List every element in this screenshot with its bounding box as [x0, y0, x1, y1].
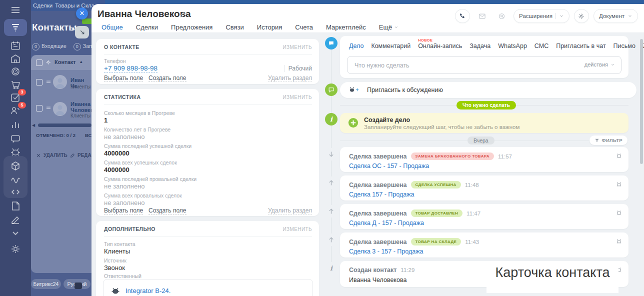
sidebar-item-marketing[interactable]: [10, 66, 22, 78]
phone-type[interactable]: Рабочий: [284, 65, 312, 72]
actions-dropdown[interactable]: действия: [584, 62, 615, 68]
chevron-down-icon: [628, 14, 632, 18]
responsible-user[interactable]: Integrator B-24.: [103, 279, 313, 296]
tab-online-booking[interactable]: НОВОЕ Онлайн-запись: [418, 42, 462, 50]
section-title: ДОПОЛНИТЕЛЬНО: [104, 226, 156, 232]
cursor-artifact: [74, 282, 82, 289]
timeline-entry[interactable]: Сделка завершена СДЕЛКА УСПЕШНА 11:48 Сд…: [340, 176, 628, 200]
arrow-up-icon: [325, 234, 338, 246]
delete-section-link[interactable]: Удалить раздел: [268, 207, 312, 214]
contact-type: Клиенты: [70, 113, 90, 118]
tab-sms[interactable]: СМС: [534, 42, 548, 50]
dock-panel-button[interactable]: [75, 26, 89, 38]
document-button[interactable]: Документ: [594, 9, 638, 23]
tab-task[interactable]: Задача: [470, 42, 490, 50]
entry-title: Сделка завершена: [349, 210, 407, 217]
sidebar-item-messenger[interactable]: [10, 132, 22, 144]
timeline-entry[interactable]: Сделка завершена ТОВАР ДОСТАВЛЕН 11:47 С…: [340, 204, 628, 229]
sidebar-more-chevron-icon[interactable]: [10, 227, 22, 239]
arrow-up-icon: [325, 205, 338, 218]
tab-invite-chat[interactable]: Пригласить в чат: [556, 42, 606, 50]
contact-link[interactable]: Иванна Человек: [70, 101, 90, 113]
phone-value-link[interactable]: +7 909 898-98-98: [104, 64, 158, 72]
settings-gear-icon[interactable]: [574, 9, 589, 23]
delete-section-link[interactable]: Удалить раздел: [268, 74, 312, 82]
menu-hamburger-icon[interactable]: [10, 4, 22, 16]
sidebar-item-analytics[interactable]: [10, 118, 22, 130]
chevron-down-icon: [559, 14, 564, 18]
counter-incoming[interactable]: 0Входящие: [32, 43, 66, 50]
plus-icon: [354, 86, 360, 93]
bot-author-icon: [616, 152, 622, 159]
field-value: не заполнено: [104, 199, 145, 206]
avatar: [53, 75, 67, 89]
todo-pill[interactable]: Что нужно сделать: [456, 101, 516, 110]
deal-link[interactable]: Сделка 157 - Продажа: [349, 191, 414, 198]
field-label: Сумма всех успешных сделок: [104, 160, 177, 166]
timeline-chat-icon: [325, 37, 338, 50]
deal-link[interactable]: Сделка Д - 157 - Продажа: [349, 220, 424, 226]
row-checkbox[interactable]: [36, 79, 42, 86]
field-label: Тип контакта: [104, 241, 136, 247]
sidebar-item-market[interactable]: [10, 160, 22, 172]
tab-activity[interactable]: Дело: [349, 42, 364, 50]
deal-link[interactable]: Сделка 3 - 157 - Продажа: [349, 248, 424, 255]
select-field-link[interactable]: Выбрать поле: [104, 207, 143, 214]
entry-title: Создан контакт: [349, 266, 396, 274]
column-header-contact[interactable]: Контакт: [54, 59, 76, 65]
sidebar-item-sign[interactable]: [10, 214, 22, 226]
call-button[interactable]: [455, 9, 470, 23]
tab-letter[interactable]: Письмо: [614, 42, 636, 50]
invite-discussion-row[interactable]: Пригласить к обсуждению: [340, 82, 636, 98]
deal-link[interactable]: Сделка ОС - 157 - Продажа: [349, 162, 429, 170]
responsible-link[interactable]: Integrator B-24.: [126, 287, 170, 294]
edit-button[interactable]: РЕДАК: [70, 152, 94, 158]
brand-badge[interactable]: Битрикс24: [31, 279, 61, 289]
field-label: Сколько месяцев в Прогреве: [104, 110, 175, 116]
tab-whatsapp[interactable]: WhatsApp: [498, 42, 527, 50]
tab-comment[interactable]: Комментарий: [371, 42, 410, 50]
timeline-entry[interactable]: Сделка завершена ТОВАР НА СКЛАДЕ 11:43 С…: [340, 232, 628, 258]
title-edit-pencil-icon[interactable]: [180, 12, 186, 18]
sidebar-item-planner[interactable]: [10, 40, 22, 52]
invite-avatar-plus: [348, 86, 361, 94]
phone-label: Телефон: [104, 58, 126, 64]
edit-section-button[interactable]: ИЗМЕНИТЬ: [282, 226, 312, 232]
assistant-icon[interactable]: [494, 9, 509, 23]
drag-handle-icon[interactable]: [46, 105, 52, 111]
sidebar-item-sites[interactable]: [10, 173, 22, 185]
timeline-entry[interactable]: Сделка завершена ЗАМЕНА БРАКОВАННОГО ТОВ…: [340, 147, 628, 172]
todo-input[interactable]: [354, 56, 547, 74]
close-slider-button[interactable]: ✕: [76, 8, 88, 20]
drag-handle-icon[interactable]: [46, 79, 52, 85]
sidebar-item-developer[interactable]: [10, 186, 22, 198]
field-label: Сумма всех провальных сделок: [104, 192, 182, 198]
bot-author-icon: [616, 238, 622, 244]
sidebar-item-crm[interactable]: [10, 22, 22, 34]
delete-button[interactable]: УДАЛИТЬ: [36, 152, 68, 158]
sidebar-settings-gear-icon[interactable]: [10, 243, 22, 255]
horizontal-scrollbar[interactable]: [38, 124, 92, 127]
section-title: О КОНТАКТЕ: [104, 44, 140, 50]
field-label: Источник: [104, 258, 126, 264]
vertical-scrollbar[interactable]: [640, 39, 643, 164]
sort-asc-icon[interactable]: ▴: [80, 59, 82, 64]
select-field-link[interactable]: Выбрать поле: [104, 74, 143, 82]
create-activity-hint[interactable]: Создайте дело Запланируйте следующий шаг…: [340, 113, 628, 133]
extensions-button[interactable]: Расширения: [514, 9, 570, 23]
edit-section-button[interactable]: ИЗМЕНИТЬ: [282, 94, 312, 100]
edit-section-button[interactable]: ИЗМЕНИТЬ: [282, 44, 312, 50]
select-all-checkbox[interactable]: [36, 60, 42, 66]
create-field-link[interactable]: Создать поле: [148, 207, 186, 214]
email-button[interactable]: [474, 9, 490, 23]
scroll-left-arrow-icon[interactable]: ◀: [32, 123, 35, 128]
row-checkbox[interactable]: [36, 105, 42, 112]
topnav-deals[interactable]: Сделки: [33, 2, 52, 8]
sidebar-item-documents[interactable]: [10, 200, 22, 212]
table-settings-gear-icon[interactable]: [45, 59, 52, 66]
topnav-products[interactable]: Товары и Скла: [55, 2, 94, 8]
sidebar-item-company[interactable]: [10, 53, 22, 65]
filter-button[interactable]: ФИЛЬТР: [590, 136, 628, 145]
create-field-link[interactable]: Создать поле: [148, 74, 186, 82]
entry-time: 11:48: [465, 182, 479, 188]
